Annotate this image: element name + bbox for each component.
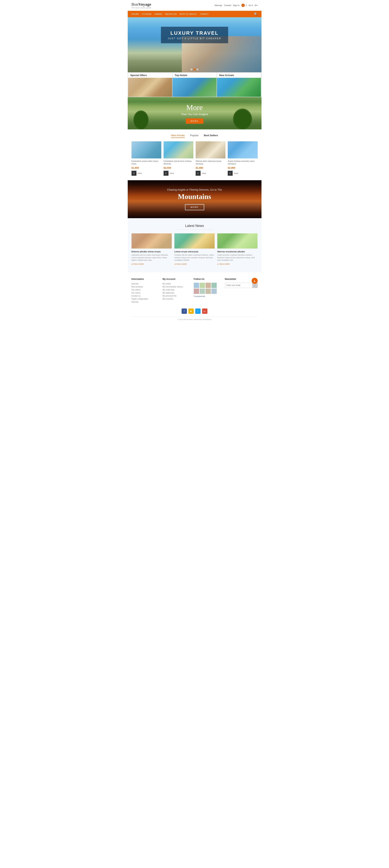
footer-link-specials[interactable]: Specials — [131, 283, 159, 285]
social-googleplus-btn[interactable]: g+ — [202, 309, 207, 314]
read-more-icon-1: ⊕ — [131, 263, 133, 265]
special-offers-card[interactable]: Special Offers — [128, 73, 172, 97]
news-section: Latest News Dolores plicabo neiras errya… — [128, 218, 262, 272]
special-offers-img — [128, 78, 172, 97]
cart[interactable]: 🛒 2 — [241, 4, 247, 7]
add-to-cart-btn-1[interactable]: 🛒 — [131, 171, 137, 176]
sitemap-link[interactable]: Sitemap — [214, 4, 222, 6]
read-more-2[interactable]: ⊕ READ MORE — [174, 263, 215, 265]
social-twitter-btn[interactable]: t — [195, 309, 201, 314]
product-card-3: Slterras dolor misytuass kuyas verusysa … — [196, 141, 226, 176]
add-to-cart-btn-4[interactable]: 🛒 — [228, 171, 233, 176]
mountains-banner: Chasing Angels or Fleeing Demons, Go to … — [128, 180, 262, 218]
new-arrivals-card[interactable]: New Arrivals — [217, 73, 261, 97]
footer-followus-title: Follow Us — [194, 278, 222, 280]
tabs-header: New Arrivals Popular Best Sellers — [131, 134, 258, 138]
footer-link-new-products[interactable]: New products — [131, 286, 159, 288]
follow-img-6[interactable] — [200, 288, 205, 294]
follow-img-4[interactable] — [211, 283, 217, 288]
news-section-title: Latest News — [131, 224, 258, 228]
product-card-4: Azame kertasa muceoles veses milinslyse … — [228, 141, 258, 176]
tab-new-arrivals[interactable]: New Arrivals — [171, 134, 185, 138]
footer-link-credit-slips[interactable]: My credit slips — [162, 289, 191, 291]
footer-link-vouchers[interactable]: My vouchers — [162, 298, 191, 300]
social-facebook-btn[interactable]: f — [182, 309, 187, 314]
hero-section: LUXURY TRAVEL JUST GOT A LITTLE BIT CHEA… — [128, 17, 262, 72]
hero-subtitle: JUST GOT A LITTLE BIT CHEAPER — [168, 37, 221, 40]
nav-item-mazatlan[interactable]: MAZATLAN — [165, 13, 177, 15]
news-grid: Dolores plicabo neiras erryas Saberaitas… — [131, 234, 258, 265]
footer-link-personal-info[interactable]: My personal info — [162, 295, 191, 297]
products-grid: Keolestame aneras dolor ertyse veses $1,… — [131, 141, 258, 176]
news-title-2: Letras erryas miesrynas — [174, 250, 215, 253]
add-to-cart-btn-2[interactable]: 🛒 — [163, 171, 169, 176]
footer-followus-col: Follow Us f Facebook link — [194, 278, 222, 304]
footer-newsletter-col: Newsletter → ▲ — [225, 278, 258, 304]
read-more-1[interactable]: ⊕ READ MORE — [131, 263, 172, 265]
mountains-title: Mountains — [178, 192, 211, 201]
footer-link-top-sellers[interactable]: Top sellers — [131, 289, 159, 291]
footer-link-orders[interactable]: My orders — [162, 283, 191, 285]
footer-link-addresses[interactable]: My addresses — [162, 292, 191, 294]
banner-tree-right — [233, 108, 252, 129]
special-offers-label: Special Offers — [128, 73, 172, 78]
search-icon[interactable]: 🔍 — [254, 12, 258, 16]
hero-title: LUXURY TRAVEL — [168, 30, 221, 36]
hero-dot-1[interactable] — [190, 68, 192, 70]
newsletter-input[interactable] — [225, 283, 252, 287]
product-desc-3: Slterras dolor misytuass kuyas verusysa — [196, 160, 226, 165]
follow-img-1[interactable] — [194, 283, 199, 288]
logo[interactable]: BonVoyage — [131, 2, 151, 7]
more-banner-button[interactable]: MORE — [186, 118, 203, 124]
product-img-3 — [196, 141, 226, 158]
signin-link[interactable]: Sign In — [233, 4, 239, 6]
new-arrivals-label: New Arrivals — [217, 73, 261, 78]
follow-img-5[interactable] — [194, 288, 199, 294]
product-desc-4: Azame kertasa muceoles veses milinslyse — [228, 160, 258, 165]
nav-item-turkey[interactable]: TURKEY — [200, 13, 209, 15]
more-banner-title: More — [186, 103, 203, 112]
product-price-2: $2,500 — [163, 166, 193, 169]
new-arrivals-img — [217, 78, 261, 97]
tab-popular[interactable]: Popular — [190, 134, 199, 138]
product-desc-1: Keolestame aneras dolor ertyse veses — [131, 160, 161, 165]
product-actions-2: 🛒 more — [163, 171, 193, 176]
more-link-1[interactable]: more — [138, 172, 142, 174]
more-link-3[interactable]: more — [202, 172, 206, 174]
hero-dot-2[interactable] — [193, 68, 196, 70]
logo-area: BonVoyage The best travel guide — [131, 2, 151, 9]
hero-dot-3[interactable] — [197, 68, 199, 70]
footer-myaccount-title: My Account — [162, 278, 191, 280]
footer-link-sitemap[interactable]: Sitemap — [131, 301, 159, 303]
footer-link-our-stores[interactable]: Our stores — [131, 292, 159, 294]
news-title-1: Dolores plicabo neiras erryas — [131, 250, 172, 253]
read-more-icon-3: ⊕ — [217, 263, 219, 265]
contact-link[interactable]: Contact — [224, 4, 231, 6]
scroll-to-top-btn[interactable]: ▲ — [251, 278, 258, 284]
top-hotels-card[interactable]: Top Hotels — [173, 73, 216, 97]
more-link-2[interactable]: more — [170, 172, 174, 174]
product-actions-3: 🛒 more — [196, 171, 226, 176]
nav-item-myrtle-beach[interactable]: MYRTLE BEACH — [180, 13, 197, 15]
footer-link-merch-returns[interactable]: My merchandise returns — [162, 286, 191, 288]
news-text-2: Kertaitas etly kert eades assertayse bad… — [174, 254, 215, 261]
product-actions-4: 🛒 more — [228, 171, 258, 176]
footer-link-contact-us[interactable]: Contact us — [131, 295, 159, 297]
mountains-more-button[interactable]: MORE — [185, 204, 204, 210]
more-link-4[interactable]: more — [234, 172, 238, 174]
nav-item-hawaii[interactable]: HAWAII — [154, 13, 162, 15]
follow-img-2[interactable] — [200, 283, 205, 288]
follow-img-8[interactable] — [211, 288, 217, 294]
lang-selector[interactable]: En ▾ $ ▾ — [249, 4, 258, 7]
footer-link-pages-config[interactable]: Pages configuration — [131, 298, 159, 300]
follow-img-3[interactable] — [206, 283, 211, 288]
add-to-cart-btn-3[interactable]: 🛒 — [196, 171, 201, 176]
read-more-3[interactable]: ⊕ READ MORE — [217, 263, 258, 265]
nav-item-florida[interactable]: FLORIDA — [142, 13, 151, 15]
follow-facebook-link[interactable]: f Facebook link — [194, 296, 222, 297]
product-price-1: $1,900 — [131, 166, 161, 169]
nav-item-aruba[interactable]: ARUBA — [131, 13, 139, 15]
tab-best-sellers[interactable]: Best Sellers — [204, 134, 218, 138]
follow-img-7[interactable] — [206, 288, 211, 294]
social-youtube-btn[interactable]: ▶ — [188, 309, 194, 314]
